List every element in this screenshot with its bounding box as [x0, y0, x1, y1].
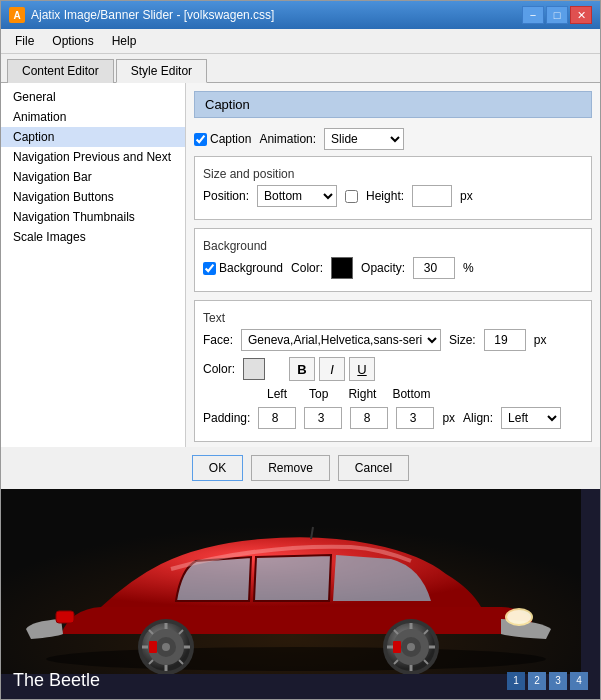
right-col-label: Right: [348, 387, 376, 401]
padding-px-label: px: [442, 411, 455, 425]
background-checkbox[interactable]: [203, 262, 216, 275]
font-face-select[interactable]: Geneva,Arial,Helvetica,sans-serif: [241, 329, 441, 351]
svg-point-23: [407, 643, 415, 651]
maximize-button[interactable]: □: [546, 6, 568, 24]
left-col-label: Left: [267, 387, 287, 401]
app-icon: A: [9, 7, 25, 23]
italic-button[interactable]: I: [319, 357, 345, 381]
svg-point-3: [507, 610, 531, 624]
caption-checkbox[interactable]: [194, 133, 207, 146]
ok-button[interactable]: OK: [192, 455, 243, 481]
main-content: General Animation Caption Navigation Pre…: [1, 83, 600, 447]
padding-bottom-input[interactable]: [396, 407, 434, 429]
caption-checkbox-label[interactable]: Caption: [194, 132, 251, 146]
tab-content-editor[interactable]: Content Editor: [7, 59, 114, 83]
content-panel: Caption Caption Animation: Slide Size an…: [186, 83, 600, 447]
size-position-section: Size and position Position: Bottom Heigh…: [194, 156, 592, 220]
title-bar-left: A Ajatix Image/Banner Slider - [volkswag…: [9, 7, 274, 23]
position-select[interactable]: Bottom: [257, 185, 337, 207]
nav-dot-2[interactable]: 2: [528, 672, 546, 690]
tab-style-editor[interactable]: Style Editor: [116, 59, 207, 83]
title-bar: A Ajatix Image/Banner Slider - [volkswag…: [1, 1, 600, 29]
panel-title: Caption: [194, 91, 592, 118]
close-button[interactable]: ✕: [570, 6, 592, 24]
sidebar-item-nav-buttons[interactable]: Navigation Buttons: [1, 187, 185, 207]
position-label: Position:: [203, 189, 249, 203]
svg-rect-32: [149, 641, 157, 653]
menu-options[interactable]: Options: [44, 32, 101, 50]
underline-button[interactable]: U: [349, 357, 375, 381]
size-px-label: px: [534, 333, 547, 347]
background-row: Background Color: Opacity: %: [203, 257, 583, 279]
nav-dots: 1 2 3 4: [507, 672, 588, 690]
padding-top-input[interactable]: [304, 407, 342, 429]
opacity-input[interactable]: [413, 257, 455, 279]
app-icon-text: A: [13, 10, 20, 21]
padding-header-row: Left Top Right Bottom: [203, 387, 583, 401]
sidebar-item-general[interactable]: General: [1, 87, 185, 107]
animation-label: Animation:: [259, 132, 316, 146]
menu-help[interactable]: Help: [104, 32, 145, 50]
sidebar-item-nav-prev-next[interactable]: Navigation Previous and Next: [1, 147, 185, 167]
opacity-percent-label: %: [463, 261, 474, 275]
preview-area: The Beetle 1 2 3 4: [1, 489, 600, 699]
text-format-buttons: B I U: [289, 357, 375, 381]
sidebar: General Animation Caption Navigation Pre…: [1, 83, 186, 447]
car-svg: [1, 489, 581, 674]
bg-color-label: Color:: [291, 261, 323, 275]
size-label: Size:: [449, 333, 476, 347]
padding-values-row: Padding: px Align: Left: [203, 407, 583, 429]
color-style-row: Color: B I U: [203, 357, 583, 381]
cancel-button[interactable]: Cancel: [338, 455, 409, 481]
position-row: Position: Bottom Height: px: [203, 185, 583, 207]
animation-select[interactable]: Slide: [324, 128, 404, 150]
padding-left-input[interactable]: [258, 407, 296, 429]
face-label: Face:: [203, 333, 233, 347]
minimize-button[interactable]: −: [522, 6, 544, 24]
window-title: Ajatix Image/Banner Slider - [volkswagen…: [31, 8, 274, 22]
nav-dot-1[interactable]: 1: [507, 672, 525, 690]
text-label: Text: [203, 311, 583, 325]
height-px-label: px: [460, 189, 473, 203]
sidebar-item-caption[interactable]: Caption: [1, 127, 185, 147]
background-checkbox-label[interactable]: Background: [203, 261, 283, 275]
bold-button[interactable]: B: [289, 357, 315, 381]
svg-rect-4: [56, 611, 74, 623]
menu-bar: File Options Help: [1, 29, 600, 54]
padding-label: Padding:: [203, 411, 250, 425]
padding-right-input[interactable]: [350, 407, 388, 429]
align-select[interactable]: Left: [501, 407, 561, 429]
top-col-label: Top: [309, 387, 328, 401]
background-section: Background Background Color: Opacity: %: [194, 228, 592, 292]
menu-file[interactable]: File: [7, 32, 42, 50]
bg-color-swatch[interactable]: [331, 257, 353, 279]
caption-row: Caption Animation: Slide: [194, 128, 592, 150]
preview-caption-text: The Beetle: [13, 670, 100, 691]
sidebar-item-nav-bar[interactable]: Navigation Bar: [1, 167, 185, 187]
bottom-col-label: Bottom: [392, 387, 430, 401]
color-label: Color:: [203, 362, 235, 376]
font-row: Face: Geneva,Arial,Helvetica,sans-serif …: [203, 329, 583, 351]
svg-point-10: [162, 643, 170, 651]
height-checkbox[interactable]: [345, 190, 358, 203]
height-label: Height:: [366, 189, 404, 203]
nav-dot-3[interactable]: 3: [549, 672, 567, 690]
main-window: A Ajatix Image/Banner Slider - [volkswag…: [0, 0, 601, 700]
sidebar-item-nav-thumbnails[interactable]: Navigation Thumbnails: [1, 207, 185, 227]
sidebar-item-scale-images[interactable]: Scale Images: [1, 227, 185, 247]
opacity-label: Opacity:: [361, 261, 405, 275]
remove-button[interactable]: Remove: [251, 455, 330, 481]
text-color-swatch[interactable]: [243, 358, 265, 380]
action-buttons: OK Remove Cancel: [1, 447, 600, 489]
background-label: Background: [203, 239, 583, 253]
size-position-label: Size and position: [203, 167, 583, 181]
font-size-input[interactable]: [484, 329, 526, 351]
nav-dot-4[interactable]: 4: [570, 672, 588, 690]
text-section: Text Face: Geneva,Arial,Helvetica,sans-s…: [194, 300, 592, 442]
caption-overlay: The Beetle 1 2 3 4: [1, 662, 600, 699]
svg-rect-33: [393, 641, 401, 653]
align-label: Align:: [463, 411, 493, 425]
height-input[interactable]: [412, 185, 452, 207]
sidebar-item-animation[interactable]: Animation: [1, 107, 185, 127]
title-controls: − □ ✕: [522, 6, 592, 24]
